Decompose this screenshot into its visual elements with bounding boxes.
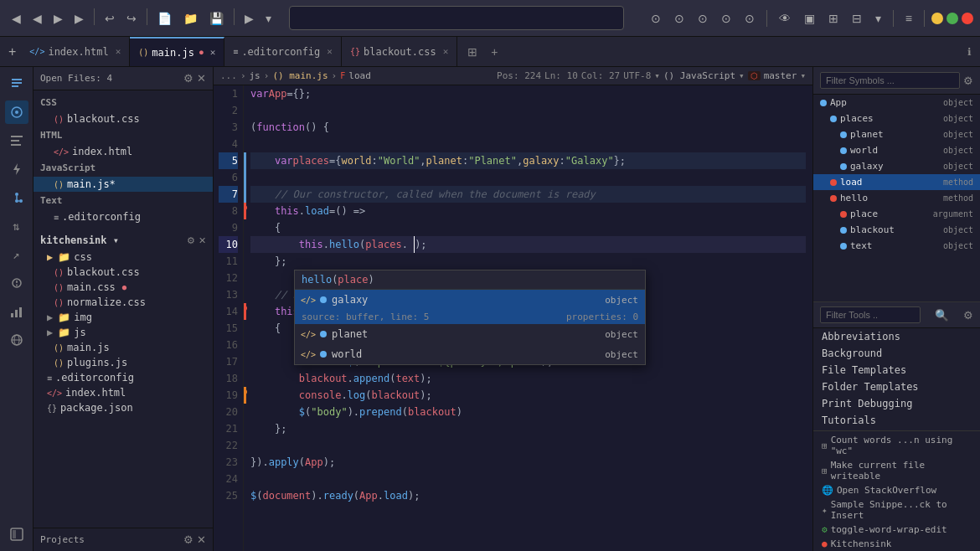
sidebar-icon-globe[interactable]: [5, 328, 28, 352]
tool-item-print-debugging[interactable]: Print Debugging: [813, 395, 980, 412]
tab-close-editorconfig[interactable]: ✕: [327, 46, 333, 57]
dropdown2-button[interactable]: ▾: [870, 8, 886, 28]
sidebar-icon-debug[interactable]: [5, 271, 28, 295]
tab-close-blackout-css[interactable]: ✕: [443, 46, 449, 57]
symbol-app[interactable]: App object: [813, 95, 980, 111]
sidebar-icon-search[interactable]: [5, 129, 28, 152]
projects-close-button[interactable]: ✕: [197, 533, 206, 546]
back-button[interactable]: ◀: [7, 8, 26, 28]
sidebar-icon-bolt[interactable]: [5, 157, 28, 181]
autocomplete-item-world[interactable]: </> world object: [295, 344, 645, 364]
sidebar-icon-charts[interactable]: [5, 300, 28, 323]
back-button2[interactable]: ◀: [28, 8, 47, 28]
code-area[interactable]: var App = {}; (function() { var places =…: [244, 85, 812, 551]
tab-options-button[interactable]: +: [484, 45, 504, 59]
tree-item-main-js[interactable]: () main.js*: [34, 177, 213, 192]
tree-file-blackout-css2[interactable]: () blackout.css: [34, 265, 213, 280]
tab-index-html[interactable]: </> index.html ✕: [21, 37, 130, 66]
symbol-blackout[interactable]: blackout object: [813, 222, 980, 238]
tool-cmd-stackoverflow[interactable]: 🌐 Open StackOverflow: [813, 483, 980, 497]
tree-file-main-css[interactable]: () main.css ●: [34, 280, 213, 295]
sidebar-icon-files[interactable]: [5, 72, 28, 95]
tool-cmd-count-words[interactable]: ⊞ Count words ...n using "wc": [813, 433, 980, 458]
tree-folder-img[interactable]: ▶ 📁 img: [34, 310, 213, 325]
layout1-button[interactable]: ▣: [799, 8, 820, 28]
tool-cmd-writeable[interactable]: ⊞ Make current file writeable: [813, 458, 980, 483]
sidebar-icon-version[interactable]: [5, 186, 28, 209]
tree-file-editorconfig2[interactable]: ≡ .editorconfig: [34, 370, 213, 385]
layout2-button[interactable]: ⊞: [823, 8, 843, 28]
tool-item-background[interactable]: Background: [813, 345, 980, 362]
undo-button[interactable]: ↩: [100, 8, 120, 28]
tool-cmd-kitchensink[interactable]: ● Kitchensink: [813, 537, 980, 551]
symbol-world[interactable]: world object: [813, 142, 980, 158]
save-button[interactable]: 💾: [204, 8, 229, 28]
symbol-load[interactable]: load method: [813, 174, 980, 190]
tab-close-main-js[interactable]: ✕: [210, 47, 216, 58]
menu-button[interactable]: ≡: [900, 8, 917, 28]
record3-button[interactable]: ⊙: [693, 8, 713, 28]
filter-symbols-input[interactable]: [820, 72, 960, 89]
tools-search-button[interactable]: 🔍: [935, 309, 949, 322]
symbol-planet[interactable]: planet object: [813, 126, 980, 142]
search-input[interactable]: Go to Anything: [289, 6, 624, 30]
filter-tools-input[interactable]: [820, 306, 921, 323]
tab-editorconfig[interactable]: ≡ .editorconfig ✕: [224, 37, 342, 66]
tab-blackout-css[interactable]: {} blackout.css ✕: [342, 37, 457, 66]
folder-button[interactable]: 📁: [178, 8, 203, 28]
tool-item-abbreviations[interactable]: Abbreviations: [813, 328, 980, 345]
run-button[interactable]: ▶: [240, 8, 259, 28]
new-file-button[interactable]: +: [3, 43, 21, 61]
project-close-button[interactable]: ✕: [199, 235, 206, 246]
tree-item-index-html[interactable]: </> index.html: [34, 144, 213, 159]
tree-folder-css[interactable]: ▶ 📁 css: [34, 250, 213, 265]
sidebar-icon-sync[interactable]: ⇅: [5, 214, 28, 238]
tool-cmd-toggle-wrap[interactable]: ⚙ toggle-word-wrap-edit: [813, 523, 980, 537]
tree-folder-js[interactable]: ▶ 📁 js: [34, 325, 213, 340]
tools-settings-button[interactable]: ⚙: [963, 309, 973, 322]
tree-file-normalize-css[interactable]: () normalize.css: [34, 295, 213, 310]
tool-item-folder-templates[interactable]: Folder Templates: [813, 378, 980, 395]
file-button[interactable]: 📄: [152, 8, 177, 28]
forward-button2[interactable]: ▶: [70, 8, 89, 28]
projects-settings-button[interactable]: ⚙: [183, 533, 193, 546]
sidebar-icon-project[interactable]: [5, 100, 28, 124]
tree-file-plugins-js[interactable]: () plugins.js: [34, 355, 213, 370]
tab-main-js[interactable]: () main.js ● ✕: [130, 37, 224, 66]
tool-item-tutorials[interactable]: Tutorials: [813, 412, 980, 429]
redo-button[interactable]: ↪: [121, 8, 142, 28]
symbol-places[interactable]: places object: [813, 111, 980, 126]
autocomplete-item-planet[interactable]: </> planet object: [295, 324, 645, 344]
tree-file-main-js2[interactable]: () main.js: [34, 340, 213, 355]
tool-cmd-snippet[interactable]: ✦ Sample Snippe...ck to Insert: [813, 497, 980, 523]
tree-file-index-html2[interactable]: </> index.html: [34, 385, 213, 400]
symbol-hello[interactable]: hello method: [813, 190, 980, 206]
filetree-close-button[interactable]: ✕: [197, 72, 206, 85]
add-tab-button[interactable]: ⊞: [461, 45, 484, 59]
tree-item-editorconfig[interactable]: ≡ .editorconfig: [34, 209, 213, 224]
record-button[interactable]: ⊙: [646, 8, 666, 28]
tree-item-blackout-css[interactable]: () blackout.css: [34, 111, 213, 126]
tool-item-file-templates[interactable]: File Templates: [813, 362, 980, 378]
sidebar-icon-bottom[interactable]: [5, 523, 28, 546]
tree-file-package-json[interactable]: {} package.json: [34, 400, 213, 415]
dropdown-button[interactable]: ▾: [260, 8, 276, 28]
autocomplete-popup[interactable]: hello(place) </> galaxy object source: b…: [294, 270, 646, 365]
symbols-settings-button[interactable]: ⚙: [963, 75, 973, 87]
record2-button[interactable]: ⊙: [669, 8, 689, 28]
symbol-place[interactable]: place argument: [813, 206, 980, 222]
layout3-button[interactable]: ⊟: [847, 8, 867, 28]
autocomplete-item-galaxy[interactable]: </> galaxy object: [295, 290, 645, 310]
symbol-text[interactable]: text object: [813, 238, 980, 254]
breadcrumb-main-js[interactable]: () main.js: [272, 70, 328, 81]
project-settings-button[interactable]: ⚙: [187, 235, 195, 246]
sidebar-icon-publish[interactable]: ↗: [5, 243, 28, 266]
symbol-galaxy[interactable]: galaxy object: [813, 158, 980, 174]
tab-close-index-html[interactable]: ✕: [116, 46, 121, 57]
record5-button[interactable]: ⊙: [740, 8, 760, 28]
search-bar[interactable]: Go to Anything: [289, 6, 624, 30]
record4-button[interactable]: ⊙: [716, 8, 736, 28]
forward-button[interactable]: ▶: [49, 8, 68, 28]
filetree-settings-button[interactable]: ⚙: [183, 72, 193, 85]
eye-button[interactable]: 👁: [774, 8, 796, 28]
